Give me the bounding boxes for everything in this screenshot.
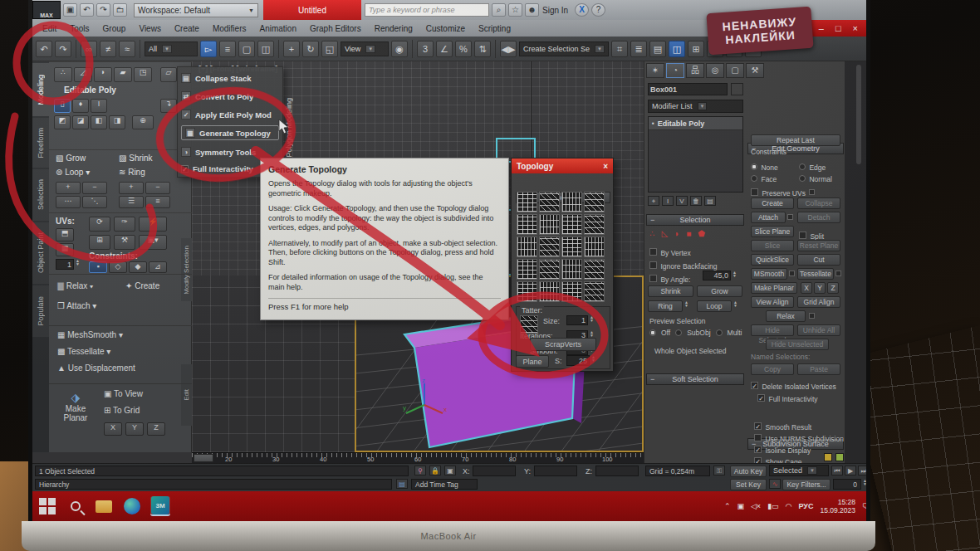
polygon-mode-icon[interactable]: ▰ — [114, 67, 132, 82]
topology-pattern[interactable] — [584, 281, 605, 302]
selection-lock-icon[interactable]: 🔒 — [429, 466, 441, 475]
select-object-icon[interactable]: ▻ — [200, 41, 217, 57]
tab-object-paint[interactable]: Object Paint — [32, 222, 49, 284]
topology-pattern[interactable] — [561, 281, 582, 302]
loop-spinner[interactable] — [733, 300, 740, 307]
utilities-tab-icon[interactable]: ⚒ — [746, 63, 764, 78]
mirror-icon[interactable]: ◀▶ — [500, 41, 517, 57]
collapse-button[interactable]: Collapse — [797, 197, 840, 209]
sel-tool2-icon[interactable]: ◪ — [72, 115, 89, 129]
topology-pattern[interactable] — [561, 259, 582, 280]
topology-pattern[interactable] — [584, 259, 605, 280]
repeat-last-button[interactable]: Repeat Last — [751, 134, 840, 146]
polygon-subobject-icon[interactable]: ■ — [686, 229, 691, 238]
constraint-none-icon[interactable]: ▪ — [89, 261, 107, 273]
topology-dialog-titlebar[interactable]: Topology× — [512, 158, 613, 173]
tessellate-options-icon[interactable] — [835, 271, 841, 276]
edge-mode-icon[interactable]: ◿ — [74, 67, 92, 82]
s-spinner[interactable] — [591, 355, 598, 362]
topology-pattern[interactable] — [539, 236, 560, 257]
hierarchy-tab-icon[interactable]: 品 — [686, 63, 704, 78]
loop-button[interactable]: ⊜ Loop ▾ — [56, 168, 90, 177]
current-frame-field[interactable]: 0 — [833, 479, 861, 490]
timeline-trackbar[interactable]: 20 30 40 50 60 70 80 90 100 — [192, 452, 644, 463]
select-link-icon[interactable]: ∞ — [81, 41, 97, 57]
modifier-list-dropdown[interactable]: Modifier List▼ — [648, 100, 743, 113]
topology-pattern[interactable] — [561, 214, 582, 235]
auto-key-button[interactable]: Auto Key — [730, 466, 767, 477]
key-mode-dropdown[interactable]: Selected▼ — [769, 465, 829, 476]
loop-minus-button[interactable]: − — [82, 182, 107, 194]
topology-pattern[interactable] — [517, 281, 537, 302]
reset-plane-button[interactable]: Reset Plane — [797, 240, 840, 251]
star-icon[interactable]: ☆ — [508, 3, 522, 17]
paste-button[interactable]: Paste — [797, 363, 840, 375]
use-displacement-button[interactable]: ▲ Use Displacement — [57, 363, 135, 373]
topology-pattern[interactable] — [561, 192, 582, 212]
ring-minus-button[interactable]: − — [145, 182, 170, 194]
topology-pattern[interactable] — [517, 259, 537, 280]
uv-edit-icon[interactable]: ▦ — [56, 243, 74, 256]
spinner-snap-icon[interactable]: ⇅ — [474, 41, 491, 57]
border-mode-icon[interactable]: ◗ — [94, 67, 112, 82]
planar-z-button[interactable]: Z — [827, 282, 839, 294]
y-coordinate-field[interactable] — [534, 466, 577, 476]
grid-align-button[interactable]: Grid Align — [797, 296, 840, 308]
menu-animation[interactable]: Animation — [259, 24, 296, 33]
scale-icon[interactable]: ◱ — [321, 41, 338, 57]
menu-convert-to-poly[interactable]: ⇄Convert to Poly — [181, 88, 279, 105]
shrink-button[interactable]: ▨ Shrink — [119, 154, 153, 163]
make-planar-ribbon-button[interactable]: ⬗ Make Planar — [57, 391, 94, 422]
meshsmooth-ribbon-button[interactable]: ▦ MeshSmooth ▾ — [57, 330, 123, 339]
make-planar-button[interactable]: Make Planar — [751, 282, 797, 294]
go-to-start-icon[interactable]: ⏮ — [831, 466, 843, 475]
topology-pattern[interactable] — [517, 192, 537, 212]
sel-tool3-icon[interactable]: ◧ — [91, 115, 107, 129]
window-crossing-icon[interactable]: ◫ — [257, 41, 274, 57]
3dsmax-taskbar-icon[interactable]: 3M — [150, 496, 170, 516]
tessellate-ribbon-button[interactable]: ▩ Tessellate ▾ — [57, 347, 110, 356]
unlink-icon[interactable]: ≠ — [100, 41, 116, 57]
tatter-pattern-icon[interactable] — [520, 315, 538, 334]
select-by-name-icon[interactable]: ≡ — [219, 41, 236, 57]
attach-options-icon[interactable] — [787, 214, 793, 220]
menu-create[interactable]: Create — [174, 24, 199, 33]
snap-toggle-icon[interactable]: 3 — [417, 41, 434, 57]
by-angle-spinner[interactable] — [733, 271, 739, 277]
sel-tool1-icon[interactable]: ◩ — [54, 115, 71, 129]
quickslice-button[interactable]: QuickSlice — [751, 254, 794, 266]
to-view-button[interactable]: ▣ To View — [104, 389, 143, 398]
constraint-face-icon[interactable]: ◆ — [129, 261, 147, 273]
uv-channel-field[interactable]: 1 — [56, 259, 74, 270]
stack-editable-poly[interactable]: ▪Editable Poly — [649, 117, 742, 130]
topology-pattern[interactable] — [584, 214, 605, 235]
object-color-swatch[interactable] — [731, 83, 743, 95]
selection-rollout-header[interactable]: Selection — [646, 214, 744, 226]
ref-coord-dropdown[interactable]: View▼ — [341, 41, 389, 56]
loop-plus-button[interactable]: + — [56, 182, 81, 194]
cut-button[interactable]: Cut — [797, 254, 840, 266]
tab-populate[interactable]: Populate — [32, 285, 49, 337]
view-align-button[interactable]: View Align — [751, 296, 794, 308]
s-field[interactable]: 25 — [566, 355, 590, 366]
angle-snap-icon[interactable]: ∠ — [436, 41, 453, 57]
project-folder-icon[interactable]: 🗀 — [113, 3, 127, 17]
iterations-spinner[interactable] — [590, 330, 596, 337]
minimize-button[interactable]: – — [819, 24, 824, 33]
display-tab-icon[interactable]: ▢ — [726, 63, 744, 78]
hide-unselected-button[interactable]: Hide Unselected — [766, 339, 829, 350]
paste-tool-icon[interactable]: ▣▾ — [139, 235, 167, 250]
menu-apply-edit-poly-mod[interactable]: ✓Apply Edit Poly Mod — [181, 106, 279, 123]
maximize-button[interactable]: □ — [835, 24, 841, 33]
use-center-icon[interactable]: ◉ — [391, 41, 408, 57]
tab-selection[interactable]: Selection — [32, 169, 49, 221]
hammer-tool-icon[interactable]: ⚒ — [114, 235, 135, 250]
show-end-result-tool-icon[interactable]: I — [662, 196, 674, 206]
create-button[interactable]: Create — [751, 197, 794, 209]
detach-button[interactable]: Detach — [797, 212, 840, 223]
planar-x-button[interactable]: X — [801, 282, 812, 294]
menu-customize[interactable]: Customize — [426, 24, 465, 33]
topology-pattern[interactable] — [584, 236, 605, 257]
border-subobject-icon[interactable]: ◗ — [674, 229, 679, 238]
bind-spacewarp-icon[interactable]: ≈ — [119, 41, 135, 57]
